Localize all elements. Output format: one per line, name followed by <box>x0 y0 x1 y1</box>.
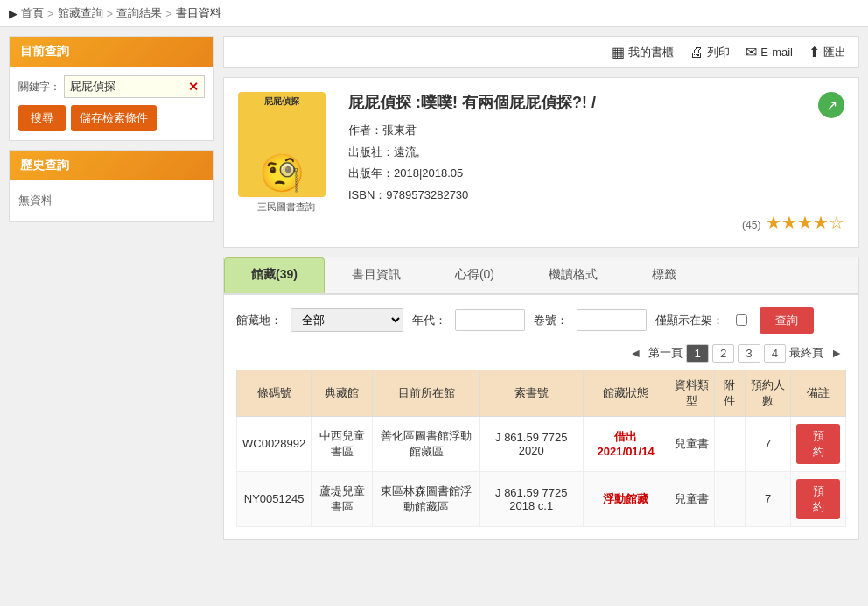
share-button[interactable]: ↗ <box>818 92 844 118</box>
col-reserve: 預約人數 <box>745 370 790 416</box>
home-icon: ▶ <box>9 7 18 20</box>
cover-source: 三民圖書查詢 <box>238 201 334 214</box>
cell-status: 借出 2021/01/14 <box>583 416 668 471</box>
next-page-button[interactable]: ► <box>827 344 846 362</box>
keyword-value-box: 屁屁偵探 ✕ <box>64 75 205 98</box>
table-row: WC0028992 中西兒童書區 善化區圖書館浮動館藏區 J 861.59 77… <box>237 416 846 471</box>
nav-home[interactable]: 首頁 <box>21 5 44 21</box>
cell-type: 兒童書 <box>668 416 714 471</box>
publisher-value: 遠流, <box>394 145 420 159</box>
current-search-section: 目前查詢 關鍵字： 屁屁偵探 ✕ 搜尋 儲存檢索條件 <box>9 36 214 141</box>
cell-callno: J 861.59 7725 2018 c.1 <box>480 471 583 526</box>
cell-location: 東區林森圖書館浮動館藏區 <box>373 471 480 526</box>
print-label: 列印 <box>707 45 730 60</box>
volume-label: 卷號： <box>534 313 568 328</box>
tabs-area: 館藏(39) 書目資訊 心得(0) 機讀格式 標籤 館藏地： 全部 中西兒童書區… <box>223 257 859 540</box>
author-value: 張東君 <box>382 123 416 137</box>
query-button[interactable]: 查詢 <box>760 307 814 334</box>
page-2-button[interactable]: 2 <box>712 344 734 363</box>
location-label: 館藏地： <box>236 313 282 328</box>
cell-status: 浮動館藏 <box>583 471 668 526</box>
rating-row: (45) ★★★★☆ <box>348 212 844 233</box>
tab-biblio[interactable]: 書目資訊 <box>325 257 428 293</box>
prev-page-button[interactable]: ◄ <box>626 344 646 362</box>
col-type: 資料類型 <box>668 370 714 416</box>
first-page-label: 第一頁 <box>648 345 682 361</box>
nav-catalog[interactable]: 館藏查詢 <box>58 5 103 21</box>
toolbar: ▦ 我的書櫃 🖨 列印 ✉ E-mail ⬆ 匯出 <box>223 36 859 68</box>
cover-image: 屁屁偵探 🧐 <box>238 92 326 197</box>
sidebar: 目前查詢 關鍵字： 屁屁偵探 ✕ 搜尋 儲存檢索條件 歷史查詢 無資料 <box>9 36 214 540</box>
cell-note: 預約 <box>791 471 846 526</box>
isbn-label: ISBN： <box>348 188 386 201</box>
last-page-label: 最終頁 <box>789 345 823 361</box>
cell-attachment <box>715 471 746 526</box>
cell-callno: J 861.59 7725 2020 <box>480 416 583 471</box>
cell-attachment <box>715 416 746 471</box>
col-location: 目前所在館 <box>373 370 480 416</box>
tab-machine[interactable]: 機讀格式 <box>522 257 625 293</box>
book-info: 屁屁偵探 :噗噗! 有兩個屁屁偵探?! / ↗ 作者：張東君 出版社：遠流, 出… <box>348 92 844 233</box>
rating-stars: ★★★★☆ <box>766 213 844 232</box>
col-library: 典藏館 <box>312 370 373 416</box>
location-select[interactable]: 全部 中西兒童書區 蘆堤兒童書區 東區林森圖書館 善化區圖書館 <box>290 308 403 332</box>
nav-current: 書目資料 <box>176 5 221 21</box>
reserve-button-1[interactable]: 預約 <box>796 479 840 519</box>
publisher-label: 出版社： <box>348 145 394 159</box>
tab-tag[interactable]: 標籤 <box>625 257 704 293</box>
bookshelf-icon: ▦ <box>612 44 625 60</box>
tab-collection[interactable]: 館藏(39) <box>224 257 325 293</box>
pagination: ◄ 第一頁 1 2 3 4 最終頁 ► <box>236 344 846 363</box>
year-value: 2018|2018.05 <box>394 166 463 180</box>
history-section: 歷史查詢 無資料 <box>9 150 214 222</box>
book-title: 屁屁偵探 :噗噗! 有兩個屁屁偵探?! / <box>348 92 596 113</box>
cell-location: 善化區圖書館浮動館藏區 <box>373 416 480 471</box>
email-button[interactable]: ✉ E-mail <box>746 44 793 60</box>
book-card: 屁屁偵探 🧐 三民圖書查詢 屁屁偵探 :噗噗! 有兩個屁屁偵探?! / ↗ 作者… <box>223 77 859 248</box>
result-table: 條碼號 典藏館 目前所在館 索書號 館藏狀態 資料類型 附件 預約人數 備註 <box>236 370 846 527</box>
author-label: 作者： <box>348 123 382 137</box>
year-label: 出版年： <box>348 166 394 180</box>
cell-barcode: NY0051245 <box>237 471 312 526</box>
cell-barcode: WC0028992 <box>237 416 312 471</box>
page-4-button[interactable]: 4 <box>764 344 786 363</box>
main-content: ▦ 我的書櫃 🖨 列印 ✉ E-mail ⬆ 匯出 屁屁偵探 🧐 <box>223 36 859 540</box>
year-input[interactable] <box>455 309 525 331</box>
keyword-value: 屁屁偵探 <box>70 79 116 95</box>
show-on-shelf-checkbox[interactable] <box>736 314 747 326</box>
cell-reserve-count: 7 <box>745 471 790 526</box>
tab-review[interactable]: 心得(0) <box>428 257 522 293</box>
page-3-button[interactable]: 3 <box>738 344 760 363</box>
export-button[interactable]: ⬆ 匯出 <box>808 44 846 60</box>
col-attachment: 附件 <box>715 370 746 416</box>
page-1-button[interactable]: 1 <box>686 344 708 363</box>
rating-count: (45) <box>742 219 760 231</box>
cell-note: 預約 <box>791 416 846 471</box>
isbn-value: 9789573282730 <box>386 188 468 201</box>
tab-content: 館藏地： 全部 中西兒童書區 蘆堤兒童書區 東區林森圖書館 善化區圖書館 年代：… <box>224 295 858 539</box>
book-cover: 屁屁偵探 🧐 三民圖書查詢 <box>238 92 334 233</box>
export-icon: ⬆ <box>808 44 820 60</box>
print-button[interactable]: 🖨 列印 <box>690 45 730 60</box>
col-status: 館藏狀態 <box>583 370 668 416</box>
email-label: E-mail <box>760 46 793 59</box>
col-note: 備註 <box>791 370 846 416</box>
tabs-header: 館藏(39) 書目資訊 心得(0) 機讀格式 標籤 <box>224 257 858 295</box>
mybookshelf-button[interactable]: ▦ 我的書櫃 <box>612 44 674 60</box>
col-barcode: 條碼號 <box>237 370 312 416</box>
reserve-button-0[interactable]: 預約 <box>796 424 840 464</box>
year-label: 年代： <box>412 313 446 328</box>
col-callno: 索書號 <box>480 370 583 416</box>
keyword-clear-button[interactable]: ✕ <box>188 80 199 94</box>
cell-library: 中西兒童書區 <box>312 416 373 471</box>
mybookshelf-label: 我的書櫃 <box>628 45 674 60</box>
save-search-button[interactable]: 儲存檢索條件 <box>71 105 157 131</box>
print-icon: 🖨 <box>690 45 704 60</box>
search-button[interactable]: 搜尋 <box>18 105 66 131</box>
table-row: NY0051245 蘆堤兒童書區 東區林森圖書館浮動館藏區 J 861.59 7… <box>237 471 846 526</box>
breadcrumb: ▶ 首頁 > 館藏查詢 > 查詢結果 > 書目資料 <box>0 0 868 27</box>
history-empty: 無資料 <box>18 189 205 212</box>
volume-input[interactable] <box>577 309 647 331</box>
nav-results[interactable]: 查詢結果 <box>116 5 162 21</box>
cell-type: 兒童書 <box>668 471 714 526</box>
